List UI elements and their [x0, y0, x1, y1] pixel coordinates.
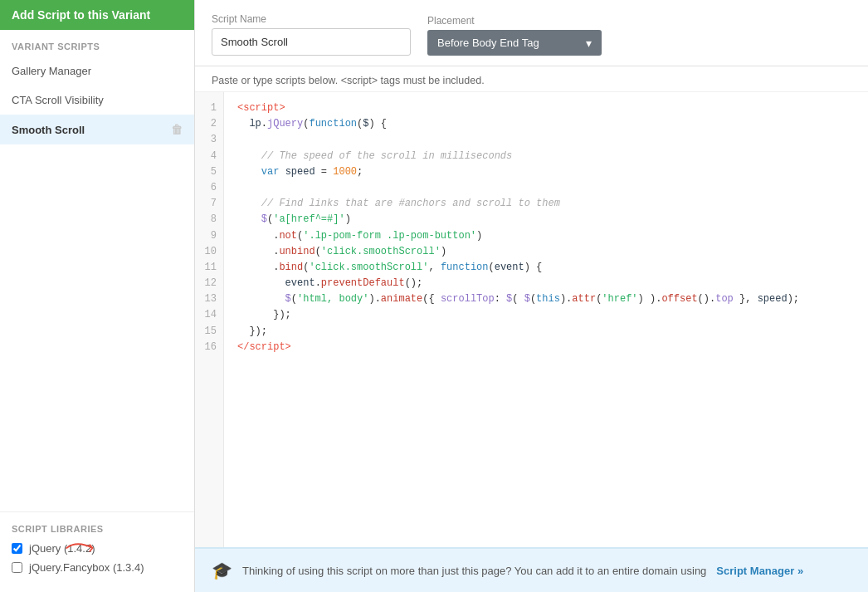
bottom-bar-text: Thinking of using this script on more th…	[242, 565, 706, 577]
line-num-9: 9	[195, 228, 223, 244]
sidebar-item-smooth-scroll[interactable]: Smooth Scroll 🗑	[0, 115, 194, 144]
placement-select[interactable]: Before Body End Tag After Opening Body T…	[427, 30, 602, 56]
sidebar-item-cta-scroll-visibility[interactable]: CTA Scroll Visibility	[0, 86, 194, 115]
hint-text: Paste or type scripts below. <script> ta…	[195, 66, 868, 92]
line-num-6: 6	[195, 180, 223, 196]
line-num-13: 13	[195, 291, 223, 307]
line-num-7: 7	[195, 196, 223, 212]
mortarboard-icon: 🎓	[212, 560, 232, 580]
placement-wrapper: Before Body End Tag After Opening Body T…	[427, 30, 602, 56]
code-editor[interactable]: <script> lp.jQuery(function($) { // The …	[224, 92, 868, 547]
jquery-checkbox[interactable]	[12, 543, 22, 554]
script-libraries-title: SCRIPT LIBRARIES	[12, 524, 183, 534]
jquery-fancybox-checkbox-item: jQuery.Fancybox (1.3.4)	[12, 561, 183, 574]
trash-icon[interactable]: 🗑	[171, 123, 183, 136]
line-num-2: 2	[195, 116, 223, 132]
main-panel: Script Name Placement Before Body End Ta…	[195, 0, 868, 592]
sidebar-item-label: CTA Scroll Visibility	[12, 94, 104, 106]
editor-area[interactable]: 1 2 3 4 5 6 7 8 9 10 11 12 13 14 15 16 <…	[195, 92, 868, 547]
line-num-1: 1	[195, 100, 223, 116]
jquery-fancybox-label[interactable]: jQuery.Fancybox (1.3.4)	[29, 561, 144, 574]
sidebar: Add Script to this Variant VARIANT SCRIP…	[0, 0, 195, 592]
line-num-5: 5	[195, 164, 223, 180]
line-num-16: 16	[195, 340, 223, 355]
app-layout: Add Script to this Variant VARIANT SCRIP…	[0, 0, 868, 592]
script-name-input[interactable]	[212, 28, 411, 56]
line-num-3: 3	[195, 132, 223, 148]
line-num-10: 10	[195, 244, 223, 260]
line-num-4: 4	[195, 149, 223, 164]
script-name-label: Script Name	[212, 13, 411, 25]
bottom-bar: 🎓 Thinking of using this script on more …	[195, 547, 868, 592]
placement-label: Placement	[427, 15, 602, 27]
topbar: Script Name Placement Before Body End Ta…	[195, 0, 868, 66]
jquery-fancybox-checkbox[interactable]	[12, 562, 22, 573]
line-num-8: 8	[195, 212, 223, 228]
script-name-field-group: Script Name	[212, 13, 411, 56]
red-arrow-indicator	[61, 536, 103, 560]
sidebar-item-label: Smooth Scroll	[12, 124, 85, 136]
placement-field-group: Placement Before Body End Tag After Open…	[427, 15, 602, 56]
sidebar-item-gallery-manager[interactable]: Gallery Manager	[0, 56, 194, 86]
line-num-15: 15	[195, 324, 223, 340]
line-num-14: 14	[195, 307, 223, 323]
sidebar-item-label: Gallery Manager	[12, 65, 91, 77]
variant-scripts-section-title: VARIANT SCRIPTS	[0, 30, 194, 56]
jquery-checkbox-item: jQuery (1.4.2)	[12, 542, 183, 555]
topbar-fields: Script Name Placement Before Body End Ta…	[212, 13, 851, 56]
sidebar-bottom: SCRIPT LIBRARIES jQuery (1.4.2) jQuery.F…	[0, 511, 194, 592]
line-num-11: 11	[195, 260, 223, 276]
script-manager-link[interactable]: Script Manager »	[716, 565, 803, 577]
add-script-button[interactable]: Add Script to this Variant	[0, 0, 194, 30]
line-num-12: 12	[195, 276, 223, 291]
line-numbers: 1 2 3 4 5 6 7 8 9 10 11 12 13 14 15 16	[195, 92, 224, 547]
